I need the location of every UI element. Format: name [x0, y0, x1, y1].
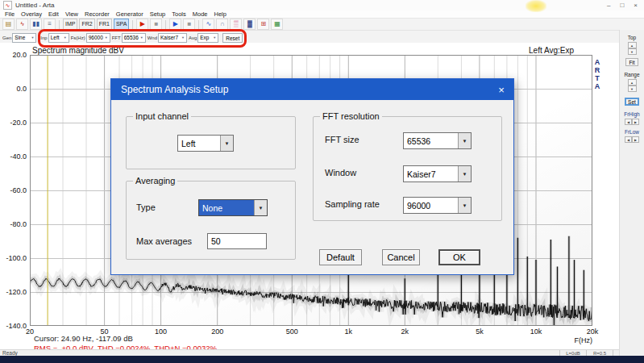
combo-value: Exp: [200, 35, 209, 40]
inp-combo[interactable]: Left▼: [48, 33, 69, 43]
menu-recorder[interactable]: Recorder: [81, 10, 113, 18]
sweep-sine-icon[interactable]: ∿: [202, 19, 214, 30]
maximize-icon[interactable]: □: [620, 2, 624, 9]
frhigh-stepper: ◀▶: [625, 119, 639, 125]
open-file-icon[interactable]: ▤: [2, 19, 15, 30]
spectrum-analysis-setup-dialog: Spectrum Analysis Setup × Input channel …: [110, 78, 514, 275]
averaging-type-combo[interactable]: None ▼: [198, 199, 268, 216]
chevron-down-icon: ▼: [139, 35, 145, 40]
reset-button[interactable]: Reset: [222, 33, 243, 43]
record-stop-button[interactable]: ■: [150, 19, 162, 30]
default-button[interactable]: Default: [319, 249, 362, 265]
mode-button-spa[interactable]: SPA: [114, 19, 130, 30]
app-icon: ∿: [3, 1, 12, 10]
toolbar-separator: [198, 20, 199, 29]
calculator-icon[interactable]: ⊞: [257, 19, 269, 30]
window-controls: – □ ×: [607, 2, 644, 9]
chevron-down-icon[interactable]: ▼: [458, 133, 471, 148]
mode-button-imp[interactable]: IMP: [63, 19, 77, 30]
generator-combo[interactable]: Sine ▼: [12, 33, 36, 43]
frlow-stepper-left[interactable]: ◀: [625, 136, 632, 143]
fft-resolution-group-label: FFT resolution: [320, 111, 382, 121]
status-segment-0: L=0dB: [559, 350, 586, 356]
dialog-title-bar[interactable]: Spectrum Analysis Setup ×: [111, 79, 513, 100]
chevron-down-icon[interactable]: ▼: [458, 198, 471, 213]
wnd-combo[interactable]: Kaiser7▼: [158, 33, 187, 43]
wnd-label: Wnd: [147, 35, 157, 40]
window-combo[interactable]: Kaiser7▼: [403, 165, 472, 182]
taskbar-sliver: [0, 356, 644, 363]
stop-button[interactable]: ■: [183, 19, 195, 30]
generator-setup-icon-glyph: ϟ: [20, 21, 23, 27]
menu-help[interactable]: Help: [211, 10, 230, 18]
fshz-combo[interactable]: 96000▼: [86, 33, 110, 43]
minimize-icon[interactable]: –: [607, 2, 610, 9]
cancel-button[interactable]: Cancel: [382, 249, 420, 265]
wnd-field: WndKaiser7▼: [147, 33, 187, 43]
inp-field: InpLeft▼: [40, 33, 69, 43]
top-spinner-down[interactable]: ▼: [628, 48, 637, 55]
max-averages-input[interactable]: 50: [207, 233, 267, 249]
frhigh-stepper-left[interactable]: ◀: [625, 119, 632, 125]
close-icon[interactable]: ×: [634, 2, 638, 9]
x-tick-label: 100: [155, 328, 167, 336]
x-tick-label: 10k: [530, 328, 542, 336]
fft-field: FFT65536▼: [112, 33, 146, 43]
top-spinner-up[interactable]: ▲: [628, 42, 637, 48]
input-channel-combo[interactable]: Left ▼: [177, 135, 234, 152]
set-button[interactable]: Set: [625, 98, 639, 106]
dialog-close-icon[interactable]: ×: [489, 79, 513, 100]
toolbar-separator: [59, 20, 60, 29]
generator-setup-icon[interactable]: ϟ: [16, 19, 28, 30]
fft-combo[interactable]: 65536▼: [122, 33, 146, 43]
magnitude-axis-panel: Top▲▼FitRange▲▼SetFrHigh◀▶FrLow◀▶: [619, 30, 644, 356]
range-spinner-down[interactable]: ▼: [628, 86, 637, 92]
menu-overlay[interactable]: Overlay: [18, 10, 45, 18]
play-button[interactable]: ▶: [169, 19, 181, 30]
input-channel-group: Input channel Left ▼: [126, 116, 296, 169]
chevron-down-icon[interactable]: ▼: [458, 166, 471, 182]
scaling-icon-glyph: ▦: [274, 21, 280, 27]
frhigh-stepper-right[interactable]: ▶: [632, 119, 639, 125]
chevron-down-icon[interactable]: ▼: [254, 200, 267, 215]
frlow-stepper: ◀▶: [625, 136, 639, 143]
menu-view[interactable]: View: [62, 10, 81, 18]
white-noise-icon[interactable]: ▓: [243, 19, 256, 30]
ok-button[interactable]: OK: [438, 249, 480, 265]
menu-generator[interactable]: Generator: [113, 10, 147, 18]
pink-noise-icon[interactable]: ▒: [230, 19, 242, 30]
frlow-stepper-right[interactable]: ▶: [632, 136, 639, 143]
fft-window-icon-glyph: ∩: [220, 21, 225, 27]
avg-combo[interactable]: Exp▼: [197, 33, 218, 43]
y-tick-label: -80.0: [0, 220, 27, 228]
fft-size-combo[interactable]: 65536▼: [403, 132, 472, 149]
y-tick-label: -120.0: [0, 288, 27, 296]
y-tick-label: 20.0: [0, 51, 27, 59]
scaling-icon[interactable]: ▦: [271, 19, 283, 30]
range-spinner-up[interactable]: ▲: [628, 79, 637, 86]
chevron-down-icon[interactable]: ▼: [220, 136, 233, 151]
sampling-rate-value: 96000: [404, 201, 458, 211]
app-window: { "window": { "title": "Untitled - Arta"…: [0, 0, 644, 363]
chevron-down-icon: ▼: [29, 35, 35, 40]
fft-label: FFT: [112, 35, 121, 40]
play-button-glyph: ▶: [173, 21, 178, 27]
mode-button-fr2[interactable]: FR2: [79, 19, 94, 30]
fft-window-icon[interactable]: ∩: [216, 19, 228, 30]
toolbar-separator: [165, 20, 166, 29]
menu-mode[interactable]: Mode: [189, 10, 211, 18]
combo-value: 96000: [89, 35, 103, 40]
sampling-rate-combo[interactable]: 96000▼: [403, 197, 472, 214]
pause-icon[interactable]: ▮▮: [30, 19, 42, 30]
menu-edit[interactable]: Edit: [45, 10, 62, 18]
cursor-readout: Cursor: 24.90 Hz, -117.09 dB: [34, 334, 133, 343]
fit-button[interactable]: Fit: [625, 58, 638, 66]
menu-setup[interactable]: Setup: [147, 10, 169, 18]
signal-levels-icon[interactable]: ≡: [44, 19, 56, 30]
input-channel-value: Left: [178, 139, 220, 148]
mode-button-fr1[interactable]: FR1: [97, 19, 112, 30]
record-button[interactable]: ▶: [136, 19, 148, 30]
menu-tools[interactable]: Tools: [168, 10, 189, 18]
menu-file[interactable]: File: [2, 10, 18, 18]
x-tick-label: 500: [286, 328, 298, 336]
